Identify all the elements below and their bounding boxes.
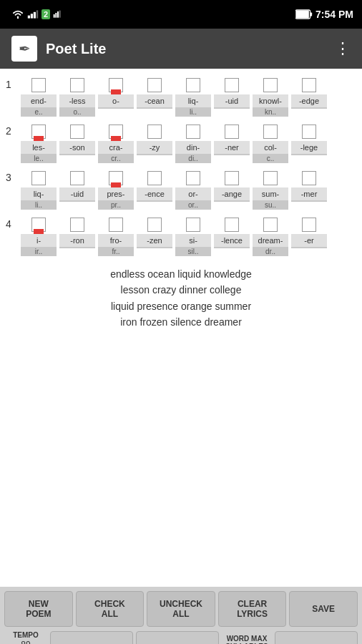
checkbox[interactable] [186, 125, 200, 139]
checkbox[interactable] [186, 218, 200, 232]
checkbox[interactable] [147, 218, 162, 232]
word-sub: di.. [175, 154, 211, 163]
word-card: liq- li.. [20, 169, 57, 210]
word-card: si- sil.. [175, 215, 212, 256]
checkbox[interactable] [70, 218, 84, 232]
word-sub: pr.. [98, 200, 134, 210]
word-card: -less o.. [59, 76, 96, 117]
word-card: -mer [290, 169, 328, 210]
word-card: -zy [136, 122, 173, 163]
svg-rect-7 [59, 11, 61, 18]
word-sub [291, 200, 327, 202]
checkbox[interactable] [302, 171, 316, 185]
word-text: -edge [291, 94, 327, 107]
svg-rect-5 [55, 13, 57, 18]
word-sub: dr.. [253, 247, 288, 256]
word-sub [291, 154, 327, 155]
word-sub [291, 107, 327, 109]
word-card: end- e.. [20, 76, 57, 117]
checkbox[interactable] [225, 125, 239, 139]
word-text: -er [291, 234, 327, 247]
checkbox[interactable] [186, 171, 200, 185]
checkbox[interactable] [263, 125, 278, 139]
checkbox[interactable] [147, 78, 162, 92]
status-time: 7:54 PM [315, 9, 353, 20]
checkbox[interactable] [70, 78, 84, 92]
uncheck-all-button[interactable]: UNCHECKALL [147, 591, 215, 627]
tempo-values: 89 90 91 [21, 639, 30, 644]
checkbox[interactable] [31, 78, 46, 92]
lyrics-line-4: iron frozen silence dreamer [13, 314, 349, 330]
word-text: or- [175, 187, 211, 200]
checkbox[interactable] [263, 78, 278, 92]
word-card: knowl- kn.. [252, 76, 289, 117]
word-row-2: 2 les- le.. -son cra- [6, 122, 356, 163]
clear-lyrics-button[interactable]: CLEARLYRICS [218, 591, 287, 627]
word-text: col- [253, 141, 288, 154]
checkbox[interactable] [302, 78, 316, 92]
word-sub [214, 247, 250, 248]
word-text: -less [59, 94, 95, 107]
write-button[interactable]: WRITE [275, 631, 358, 644]
word-card: dream- dr.. [252, 215, 289, 256]
main-content: 1 end- e.. -less o.. o- [0, 69, 362, 587]
checkbox[interactable] [225, 218, 239, 232]
checkbox[interactable] [147, 171, 162, 185]
check-all-button[interactable]: CHECKALL [76, 591, 145, 627]
word-text: -lege [291, 141, 327, 154]
checkbox[interactable] [263, 218, 278, 232]
checkbox[interactable] [147, 125, 162, 139]
checkbox[interactable] [225, 171, 239, 185]
word-card: or- or.. [175, 169, 212, 210]
svg-rect-3 [36, 10, 38, 18]
word-sub: o.. [59, 107, 95, 117]
word-card: -lence [213, 215, 250, 256]
word-card: -ence [136, 169, 173, 210]
checkbox[interactable] [70, 171, 84, 185]
menu-button[interactable]: ⋮ [335, 39, 351, 58]
lyrics-line-1: endless ocean liquid knowledge [13, 266, 349, 282]
svg-rect-2 [34, 12, 36, 19]
checkbox[interactable] [263, 171, 278, 185]
word-card: -uid [59, 169, 96, 210]
app-title: Poet Lite [46, 41, 335, 57]
sim-badge: 2 [41, 9, 50, 19]
word-text: -mer [291, 187, 327, 200]
svg-rect-0 [28, 16, 30, 19]
word-card: pres- pr.. [97, 169, 134, 210]
word-sub: li.. [21, 200, 57, 210]
tempo-label: TEMPO [13, 631, 39, 639]
svg-rect-6 [57, 11, 59, 18]
checkbox[interactable] [302, 218, 316, 232]
word-text: i- [21, 234, 57, 247]
word-sub [137, 107, 172, 109]
word-sub: li.. [175, 107, 211, 117]
word-card: fro- fr.. [97, 215, 134, 256]
word-text: -zy [137, 141, 172, 154]
word-card: -edge [290, 76, 328, 117]
word-card: col- c.. [252, 122, 289, 163]
word-card: -ron [59, 215, 96, 256]
checkbox[interactable] [302, 125, 316, 139]
row-number-2: 2 [6, 125, 20, 137]
word-cards-row3: liq- li.. -uid pres- pr.. -ence [20, 169, 356, 210]
controls-row: TEMPO 89 90 91 PLAY READ WORD MAX SYLLAB… [0, 631, 362, 644]
word-sub [214, 107, 250, 109]
checkbox[interactable] [31, 171, 46, 185]
word-row-1: 1 end- e.. -less o.. o- [6, 76, 356, 117]
word-sub [137, 200, 172, 202]
save-button[interactable]: SAVE [289, 591, 358, 627]
checkbox[interactable] [225, 78, 239, 92]
signal-icon2 [53, 9, 64, 19]
checkbox[interactable] [186, 78, 200, 92]
play-button[interactable]: PLAY [50, 631, 133, 644]
word-text: liq- [175, 94, 211, 107]
word-text: liq- [21, 187, 57, 200]
read-button[interactable]: READ [136, 631, 219, 644]
checkbox[interactable] [109, 218, 123, 232]
checkbox[interactable] [70, 125, 84, 139]
word-sub: su.. [253, 200, 288, 210]
word-text: fro- [98, 234, 134, 247]
tempo-box: TEMPO 89 90 91 [4, 631, 47, 644]
new-poem-button[interactable]: NEWPOEM [4, 591, 73, 627]
